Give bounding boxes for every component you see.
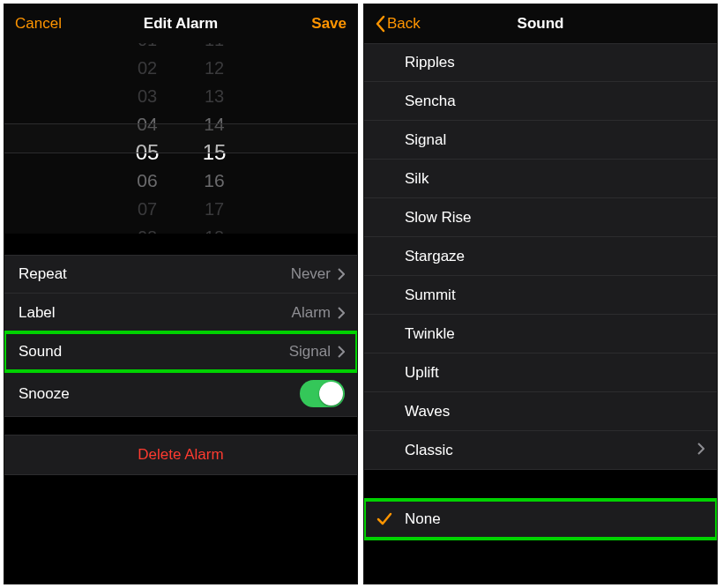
navbar-sound: Back Sound [364,4,717,43]
sound-value: Signal [289,343,331,361]
sound-screen: Back Sound Ripples Sencha Signal Silk Sl… [363,4,718,584]
chevron-right-icon [338,268,345,280]
sound-option-label: Uplift [405,364,439,382]
edit-alarm-screen: Cancel Edit Alarm Save 01 02 03 04 05 06… [4,4,358,584]
picker-minute: 14 [198,110,230,138]
sound-row[interactable]: Sound Signal [4,332,357,371]
section-gap [364,470,717,500]
picker-hour: 03 [131,82,163,110]
sound-option-waves[interactable]: Waves [364,392,717,431]
sound-option-label: Summit [405,287,456,304]
chevron-right-icon [338,346,345,358]
sound-option-classic[interactable]: Classic [364,431,717,470]
label-row[interactable]: Label Alarm [4,294,357,332]
back-button[interactable]: Back [375,15,421,33]
sound-option-label: None [405,510,441,528]
cancel-button[interactable]: Cancel [15,15,62,33]
picker-hour: 07 [131,195,163,223]
snooze-label: Snooze [19,385,300,403]
picker-minute: 11 [198,43,230,54]
save-button[interactable]: Save [311,15,347,33]
checkmark-icon [376,511,392,527]
sound-option-uplift[interactable]: Uplift [364,354,717,392]
sound-option-label: Ripples [405,54,455,71]
toggle-knob [319,382,343,406]
chevron-left-icon [375,15,385,33]
sound-option-twinkle[interactable]: Twinkle [364,315,717,354]
alarm-settings-section: Repeat Never Label Alarm Sound Signal Sn… [4,255,357,417]
picker-hour: 06 [131,167,163,195]
repeat-value: Never [291,265,331,283]
navbar-edit-alarm: Cancel Edit Alarm Save [4,4,357,43]
sound-option-slow-rise[interactable]: Slow Rise [364,198,717,237]
sound-option-label: Signal [405,131,446,149]
sound-option-signal[interactable]: Signal [364,121,717,160]
picker-minute: 13 [198,82,230,110]
repeat-label: Repeat [19,265,291,283]
picker-hours-column[interactable]: 01 02 03 04 05 06 07 08 [131,43,163,234]
sound-option-sencha[interactable]: Sencha [364,82,717,121]
picker-minute: 16 [198,167,230,195]
sound-option-label: Twinkle [405,325,455,343]
picker-hour: 02 [131,54,163,82]
sound-option-label: Slow Rise [405,209,472,227]
picker-hour-selected: 05 [131,138,163,167]
snooze-row[interactable]: Snooze [4,371,357,417]
sound-option-label: Sencha [405,93,456,110]
delete-alarm-button[interactable]: Delete Alarm [4,435,357,475]
sound-option-label: Classic [405,442,453,459]
nav-title-sound: Sound [445,15,636,33]
nav-title-edit: Edit Alarm [86,15,276,33]
picker-minutes-column[interactable]: 11 12 13 14 15 16 17 18 [198,43,230,234]
picker-minute-selected: 15 [198,138,230,167]
sound-option-summit[interactable]: Summit [364,276,717,315]
sound-option-label: Waves [405,403,450,421]
picker-minute: 12 [198,54,230,82]
sound-option-silk[interactable]: Silk [364,160,717,198]
sound-list: Ripples Sencha Signal Silk Slow Rise Sta… [364,43,717,539]
back-label: Back [387,15,421,33]
sound-label: Sound [19,343,289,361]
label-value: Alarm [292,304,331,322]
picker-minute: 17 [198,195,230,223]
repeat-row[interactable]: Repeat Never [4,255,357,294]
picker-hour: 04 [131,110,163,138]
chevron-right-icon [697,443,704,455]
picker-hour: 01 [131,43,163,54]
sound-option-label: Stargaze [405,248,465,265]
sound-option-label: Silk [405,170,429,188]
picker-hour: 08 [131,223,163,234]
label-label: Label [19,304,292,322]
time-picker[interactable]: 01 02 03 04 05 06 07 08 11 12 13 14 15 1… [4,43,357,234]
chevron-right-icon [338,307,345,319]
sound-option-stargaze[interactable]: Stargaze [364,237,717,276]
snooze-toggle[interactable] [300,380,345,407]
picker-minute: 18 [198,223,230,234]
sound-option-ripples[interactable]: Ripples [364,43,717,82]
sound-option-none[interactable]: None [364,500,717,539]
